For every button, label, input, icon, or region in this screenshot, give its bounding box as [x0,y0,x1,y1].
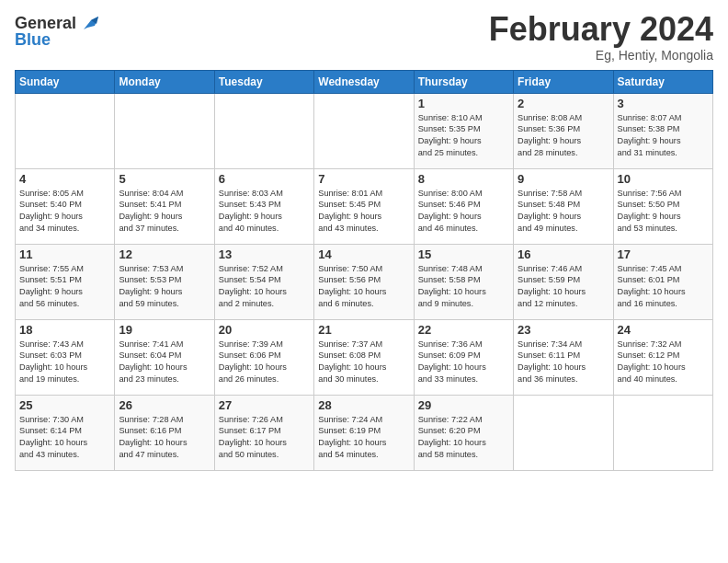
col-wednesday: Wednesday [314,70,414,93]
day-info: Sunrise: 7:30 AM Sunset: 6:14 PM Dayligh… [19,414,110,462]
day-number: 7 [318,172,409,186]
table-row: 19Sunrise: 7:41 AM Sunset: 6:04 PM Dayli… [115,319,214,395]
table-row: 23Sunrise: 7:34 AM Sunset: 6:11 PM Dayli… [514,319,613,395]
day-number: 11 [19,247,110,261]
table-row [115,93,214,168]
day-number: 19 [119,323,210,337]
day-number: 12 [119,247,210,261]
table-row [613,395,712,470]
table-row: 28Sunrise: 7:24 AM Sunset: 6:19 PM Dayli… [314,395,414,470]
day-info: Sunrise: 7:58 AM Sunset: 5:48 PM Dayligh… [518,188,609,236]
day-info: Sunrise: 8:04 AM Sunset: 5:41 PM Dayligh… [119,188,210,236]
day-number: 27 [219,398,310,412]
day-number: 10 [618,172,709,186]
day-number: 23 [518,323,609,337]
day-number: 29 [418,398,509,412]
day-info: Sunrise: 7:22 AM Sunset: 6:20 PM Dayligh… [418,414,509,462]
table-row: 20Sunrise: 7:39 AM Sunset: 6:06 PM Dayli… [214,319,313,395]
table-row: 4Sunrise: 8:05 AM Sunset: 5:40 PM Daylig… [16,168,115,244]
day-number: 2 [518,97,609,110]
table-row: 8Sunrise: 8:00 AM Sunset: 5:46 PM Daylig… [414,168,513,244]
location: Eg, Hentiy, Mongolia [489,48,713,63]
table-row: 29Sunrise: 7:22 AM Sunset: 6:20 PM Dayli… [414,395,513,470]
week-row-2: 4Sunrise: 8:05 AM Sunset: 5:40 PM Daylig… [16,168,713,244]
logo-bird-icon [78,13,98,33]
day-info: Sunrise: 7:55 AM Sunset: 5:51 PM Dayligh… [19,263,110,311]
week-row-4: 18Sunrise: 7:43 AM Sunset: 6:03 PM Dayli… [16,319,713,395]
day-number: 6 [219,172,310,186]
table-row: 12Sunrise: 7:53 AM Sunset: 5:53 PM Dayli… [115,244,214,319]
col-sunday: Sunday [16,70,115,93]
day-info: Sunrise: 7:52 AM Sunset: 5:54 PM Dayligh… [219,263,310,311]
day-info: Sunrise: 7:45 AM Sunset: 6:01 PM Dayligh… [618,263,709,311]
day-number: 22 [418,323,509,337]
day-info: Sunrise: 7:53 AM Sunset: 5:53 PM Dayligh… [119,263,210,311]
day-info: Sunrise: 7:39 AM Sunset: 6:06 PM Dayligh… [219,339,310,386]
table-row: 26Sunrise: 7:28 AM Sunset: 6:16 PM Dayli… [115,395,214,470]
day-info: Sunrise: 8:03 AM Sunset: 5:43 PM Dayligh… [219,188,310,236]
week-row-1: 1Sunrise: 8:10 AM Sunset: 5:35 PM Daylig… [16,93,713,168]
day-info: Sunrise: 7:56 AM Sunset: 5:50 PM Dayligh… [618,188,709,236]
week-row-3: 11Sunrise: 7:55 AM Sunset: 5:51 PM Dayli… [16,244,713,319]
day-number: 24 [618,323,709,337]
day-number: 16 [518,247,609,261]
col-saturday: Saturday [613,70,712,93]
day-number: 14 [318,247,409,261]
day-number: 25 [19,398,110,412]
table-row: 2Sunrise: 8:08 AM Sunset: 5:36 PM Daylig… [514,93,613,168]
day-info: Sunrise: 7:41 AM Sunset: 6:04 PM Dayligh… [119,339,210,386]
header-row: Sunday Monday Tuesday Wednesday Thursday… [16,70,713,93]
day-number: 28 [318,398,409,412]
day-info: Sunrise: 7:48 AM Sunset: 5:58 PM Dayligh… [418,263,509,311]
day-number: 13 [219,247,310,261]
table-row: 3Sunrise: 8:07 AM Sunset: 5:38 PM Daylig… [613,93,712,168]
month-title: February 2024 [489,11,713,48]
day-info: Sunrise: 8:10 AM Sunset: 5:35 PM Dayligh… [418,112,509,160]
day-info: Sunrise: 7:34 AM Sunset: 6:11 PM Dayligh… [518,339,609,386]
day-info: Sunrise: 8:08 AM Sunset: 5:36 PM Dayligh… [518,112,609,160]
day-info: Sunrise: 8:05 AM Sunset: 5:40 PM Dayligh… [19,188,110,236]
day-info: Sunrise: 8:07 AM Sunset: 5:38 PM Dayligh… [618,112,709,160]
table-row: 5Sunrise: 8:04 AM Sunset: 5:41 PM Daylig… [115,168,214,244]
header: General Blue February 2024 Eg, Hentiy, M… [15,11,713,63]
day-info: Sunrise: 7:37 AM Sunset: 6:08 PM Dayligh… [318,339,409,386]
table-row: 18Sunrise: 7:43 AM Sunset: 6:03 PM Dayli… [16,319,115,395]
table-row: 7Sunrise: 8:01 AM Sunset: 5:45 PM Daylig… [314,168,414,244]
day-info: Sunrise: 7:32 AM Sunset: 6:12 PM Dayligh… [618,339,709,386]
table-row: 17Sunrise: 7:45 AM Sunset: 6:01 PM Dayli… [613,244,712,319]
table-row: 15Sunrise: 7:48 AM Sunset: 5:58 PM Dayli… [414,244,513,319]
day-number: 20 [219,323,310,337]
col-friday: Friday [514,70,613,93]
day-number: 21 [318,323,409,337]
calendar-table: Sunday Monday Tuesday Wednesday Thursday… [15,70,713,471]
day-number: 17 [618,247,709,261]
table-row [214,93,313,168]
table-row: 25Sunrise: 7:30 AM Sunset: 6:14 PM Dayli… [16,395,115,470]
table-row: 10Sunrise: 7:56 AM Sunset: 5:50 PM Dayli… [613,168,712,244]
day-number: 9 [518,172,609,186]
table-row: 13Sunrise: 7:52 AM Sunset: 5:54 PM Dayli… [214,244,313,319]
table-row [514,395,613,470]
table-row: 14Sunrise: 7:50 AM Sunset: 5:56 PM Dayli… [314,244,414,319]
day-info: Sunrise: 8:00 AM Sunset: 5:46 PM Dayligh… [418,188,509,236]
day-number: 8 [418,172,509,186]
col-monday: Monday [115,70,214,93]
table-row: 9Sunrise: 7:58 AM Sunset: 5:48 PM Daylig… [514,168,613,244]
table-row: 16Sunrise: 7:46 AM Sunset: 5:59 PM Dayli… [514,244,613,319]
table-row [314,93,414,168]
day-number: 18 [19,323,110,337]
logo: General Blue [15,15,98,50]
logo-blue-text: Blue [15,30,51,49]
table-row: 21Sunrise: 7:37 AM Sunset: 6:08 PM Dayli… [314,319,414,395]
day-info: Sunrise: 7:26 AM Sunset: 6:17 PM Dayligh… [219,414,310,462]
day-info: Sunrise: 7:46 AM Sunset: 5:59 PM Dayligh… [518,263,609,311]
week-row-5: 25Sunrise: 7:30 AM Sunset: 6:14 PM Dayli… [16,395,713,470]
day-number: 26 [119,398,210,412]
day-info: Sunrise: 7:36 AM Sunset: 6:09 PM Dayligh… [418,339,509,386]
day-number: 15 [418,247,509,261]
table-row: 22Sunrise: 7:36 AM Sunset: 6:09 PM Dayli… [414,319,513,395]
main-container: General Blue February 2024 Eg, Hentiy, M… [0,0,728,478]
col-thursday: Thursday [414,70,513,93]
day-info: Sunrise: 7:50 AM Sunset: 5:56 PM Dayligh… [318,263,409,311]
table-row: 27Sunrise: 7:26 AM Sunset: 6:17 PM Dayli… [214,395,313,470]
